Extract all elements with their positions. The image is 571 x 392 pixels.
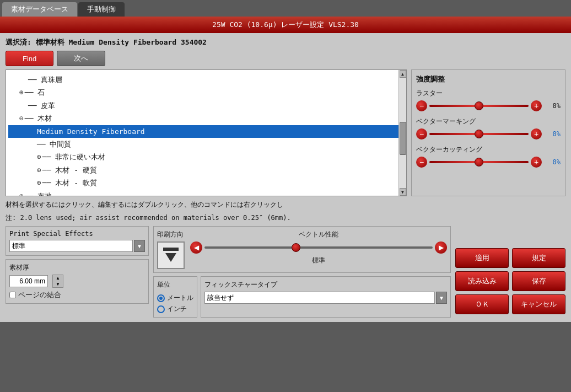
fixture-dropdown[interactable]: 該当せず xyxy=(204,292,435,304)
thickness-up-btn[interactable]: ▲ xyxy=(53,275,63,281)
raster-plus-btn[interactable]: + xyxy=(531,100,542,111)
tree-item-leather[interactable]: ── 皮革 xyxy=(8,99,404,112)
print-direction-box: 印刷方向 ベクトル性能 ◀ xyxy=(153,226,451,273)
ok-button[interactable]: ＯＫ xyxy=(455,294,509,314)
bottom-left: Print Special Effects 標準 ▼ 素材厚 ▲ ▼ xyxy=(6,226,149,318)
radio-metric-dot[interactable] xyxy=(157,294,165,302)
tree-scrollbar[interactable]: ▲ ▼ xyxy=(398,70,406,196)
print-effects-arrow[interactable]: ▼ xyxy=(134,240,145,252)
print-effects-dropdown[interactable]: 標準 xyxy=(9,240,133,252)
action-row-1: 適用 規定 xyxy=(455,248,565,268)
units-fixture-row: 単位 メートル インチ フィックスチャータイプ 該当せず xyxy=(153,276,451,318)
tab-bar: 素材データベース 手動制御 xyxy=(0,0,571,17)
tab-material-db[interactable]: 素材データベース xyxy=(2,2,77,17)
radio-inch-dot[interactable] xyxy=(157,305,165,313)
tree-panel[interactable]: ── 真珠層 ⊕── 石 ── 皮革 ⊖── 木材 Medium Density… xyxy=(6,69,407,196)
tree-item-fabric[interactable]: ⊕── 布地 xyxy=(8,190,404,196)
tree-item-medium[interactable]: ── 中間質 xyxy=(8,138,404,151)
action-buttons: 適用 規定 読み込み 保存 ＯＫ キャンセル xyxy=(455,226,565,318)
search-row: Find 次へ xyxy=(6,51,565,66)
vector-cutting-label: ベクターカッティング xyxy=(416,145,561,154)
raster-row: ラスター − + 0% xyxy=(416,89,561,111)
vector-marking-row: ベクターマーキング − + 0% xyxy=(416,117,561,139)
selected-label: 選択済: 標準材料 Medium Density Fiberboard 3540… xyxy=(6,37,565,47)
fixture-title: フィックスチャータイプ xyxy=(204,280,447,289)
bottom-middle: 印刷方向 ベクトル性能 ◀ xyxy=(153,226,451,318)
vector-cutting-slider-row: − + 0% xyxy=(416,157,561,168)
thickness-down-btn[interactable]: ▼ xyxy=(53,281,63,287)
vector-marking-track[interactable] xyxy=(429,133,529,135)
vector-slider-row: ◀ ▶ xyxy=(190,241,447,254)
print-direction-title: 印刷方向 xyxy=(157,230,185,239)
fixture-dropdown-container: 該当せず ▼ xyxy=(204,292,447,304)
vector-marking-value: 0% xyxy=(544,130,561,138)
tree-item-vhard[interactable]: ⊕── 非常に硬い木材 xyxy=(8,151,404,163)
tree-item-wood[interactable]: ⊖── 木材 xyxy=(8,112,404,125)
action-row-2: 読み込み 保存 xyxy=(455,271,565,291)
vector-cutting-row: ベクターカッティング − + 0% xyxy=(416,145,561,168)
vector-right-btn[interactable]: ▶ xyxy=(435,241,447,254)
svg-rect-0 xyxy=(163,248,179,251)
apply-button[interactable]: 適用 xyxy=(455,248,509,268)
radio-inch-label: インチ xyxy=(167,304,187,314)
vector-cutting-value: 0% xyxy=(544,158,561,166)
tree-item-soft[interactable]: ⊕── 木材 - 軟質 xyxy=(8,176,404,189)
radio-metric: メートル xyxy=(157,293,193,303)
tree-item-hard[interactable]: ⊕── 木材 - 硬質 xyxy=(8,164,404,176)
radio-inch: インチ xyxy=(157,304,193,314)
vector-marking-slider-row: − + 0% xyxy=(416,128,561,139)
raster-value: 0% xyxy=(544,102,561,110)
settings-button[interactable]: 規定 xyxy=(512,248,565,268)
load-button[interactable]: 読み込み xyxy=(455,271,509,291)
cancel-button[interactable]: キャンセル xyxy=(512,294,565,314)
vector-perf-title: ベクトル性能 xyxy=(190,230,447,239)
vector-cutting-thumb xyxy=(475,158,483,167)
info-text-2: 注: 2.0 lens used; air assist recommended… xyxy=(6,213,565,223)
vector-track[interactable] xyxy=(204,246,433,249)
vector-marking-minus-btn[interactable]: − xyxy=(416,128,427,139)
vector-marking-thumb xyxy=(475,130,483,138)
save-button[interactable]: 保存 xyxy=(512,271,565,291)
page-merge-checkbox[interactable] xyxy=(9,292,16,298)
info-text-1: 材料を選択するにはクリック、編集するにはダブルクリック、他のコマンドには右クリッ… xyxy=(6,200,565,210)
vector-cutting-minus-btn[interactable]: − xyxy=(416,157,427,168)
units-title: 単位 xyxy=(157,280,193,289)
vector-thumb xyxy=(292,243,300,252)
scroll-up[interactable]: ▲ xyxy=(400,70,406,78)
title-bar: 25W CO2 (10.6µ) レーザー設定 VLS2.30 xyxy=(0,17,571,33)
thickness-row: ▲ ▼ xyxy=(9,275,145,288)
fixture-arrow[interactable]: ▼ xyxy=(436,292,447,304)
raster-minus-btn[interactable]: − xyxy=(416,100,427,111)
tree-inner: ── 真珠層 ⊕── 石 ── 皮革 ⊖── 木材 Medium Density… xyxy=(6,70,406,196)
find-button[interactable]: Find xyxy=(6,51,53,66)
print-effects-dropdown-container: 標準 ▼ xyxy=(9,240,145,252)
scroll-down[interactable]: ▼ xyxy=(400,188,406,196)
tree-item-pearl[interactable]: ── 真珠層 xyxy=(8,73,404,86)
vector-cutting-track[interactable] xyxy=(429,161,529,163)
raster-track[interactable] xyxy=(429,105,529,107)
vector-marking-plus-btn[interactable]: + xyxy=(531,128,542,139)
title-text: 25W CO2 (10.6µ) レーザー設定 VLS2.30 xyxy=(212,20,359,29)
intensity-panel: 強度調整 ラスター − + 0% ベクターマーキング − xyxy=(411,69,565,196)
next-button[interactable]: 次へ xyxy=(57,51,105,66)
thickness-input[interactable] xyxy=(9,275,48,287)
page-merge-label: ページの結合 xyxy=(18,290,61,300)
action-row-3: ＯＫ キャンセル xyxy=(455,294,565,314)
content-row: ── 真珠層 ⊕── 石 ── 皮革 ⊖── 木材 Medium Density… xyxy=(6,69,565,196)
print-effects-box: Print Special Effects 標準 ▼ xyxy=(6,226,149,256)
thickness-spinner: ▲ ▼ xyxy=(52,275,63,288)
raster-slider-row: − + 0% xyxy=(416,100,561,111)
scrollbar-thumb[interactable] xyxy=(400,122,406,155)
material-thickness-title: 素材厚 xyxy=(9,263,145,272)
main-content: 選択済: 標準材料 Medium Density Fiberboard 3540… xyxy=(0,33,571,322)
units-box: 単位 メートル インチ xyxy=(153,276,197,318)
svg-marker-1 xyxy=(165,253,176,262)
tree-item-mdf[interactable]: Medium Density Fiberboard xyxy=(8,125,404,138)
raster-label: ラスター xyxy=(416,89,561,98)
vector-left-btn[interactable]: ◀ xyxy=(190,241,202,254)
tab-manual-control[interactable]: 手動制御 xyxy=(78,2,125,17)
vector-cutting-plus-btn[interactable]: + xyxy=(531,157,542,168)
vector-label: 標準 xyxy=(190,256,447,265)
print-effects-title: Print Special Effects xyxy=(9,230,145,238)
tree-item-stone[interactable]: ⊕── 石 xyxy=(8,86,404,99)
